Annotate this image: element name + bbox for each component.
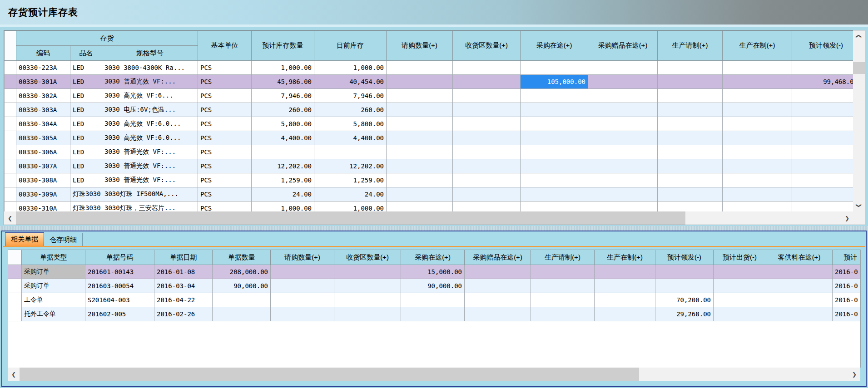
grid-cell[interactable] [453, 61, 521, 75]
inventory-row[interactable]: 00330-306ALED3030 普通光效 VF:...PCS [5, 145, 853, 159]
grid-cell[interactable] [792, 131, 853, 145]
grid-cell[interactable] [655, 265, 714, 279]
grid-cell[interactable] [595, 293, 655, 307]
grid-cell[interactable] [588, 159, 658, 173]
grid-cell[interactable] [588, 201, 658, 212]
row-indicator[interactable] [5, 145, 16, 159]
grid-cell[interactable] [521, 61, 588, 75]
grid-cell[interactable] [658, 61, 723, 75]
grid-cell[interactable] [387, 75, 453, 89]
grid-cell[interactable] [387, 61, 453, 75]
row-indicator[interactable] [5, 89, 16, 103]
grid-cell[interactable] [723, 201, 792, 212]
scroll-right-icon[interactable]: ❯ [841, 211, 853, 225]
grid-cell[interactable]: 00330-304A [16, 117, 70, 131]
grid-cell[interactable] [792, 201, 853, 212]
grid-cell[interactable]: 90,000.00 [213, 279, 271, 293]
grid-cell[interactable] [723, 61, 792, 75]
grid-cell[interactable]: 2016-0 [833, 265, 861, 279]
grid-cell[interactable] [658, 103, 723, 117]
grid-cell[interactable]: 3030 普通光效 VF:... [102, 145, 198, 159]
grid-cell[interactable]: PCS [198, 187, 252, 201]
grid-cell[interactable] [252, 145, 314, 159]
grid-cell[interactable]: 00330-307A [16, 159, 70, 173]
grid-cell[interactable]: 00330-308A [16, 173, 70, 187]
grid-cell[interactable]: LED [70, 103, 102, 117]
grid-cell[interactable]: 45,986.00 [252, 75, 314, 89]
grid-cell[interactable] [387, 187, 453, 201]
grid-cell[interactable]: LED [70, 131, 102, 145]
grid-cell[interactable]: LED [70, 117, 102, 131]
grid-cell[interactable]: PCS [198, 103, 252, 117]
grid-cell[interactable] [521, 145, 588, 159]
grid-cell[interactable] [595, 265, 655, 279]
grid-cell[interactable] [658, 75, 723, 89]
grid-cell[interactable]: PCS [198, 89, 252, 103]
grid-cell[interactable]: LED [70, 159, 102, 173]
grid-cell[interactable]: 2016-01-08 [154, 265, 213, 279]
grid-cell[interactable] [766, 265, 833, 279]
grid-cell[interactable] [658, 173, 723, 187]
grid-cell[interactable]: 00330-306A [16, 145, 70, 159]
grid-cell[interactable]: 00330-305A [16, 131, 70, 145]
grid-cell[interactable] [271, 279, 334, 293]
row-indicator[interactable] [8, 293, 22, 307]
grid-cell[interactable]: 1,000.00 [314, 61, 387, 75]
grid-cell[interactable] [588, 117, 658, 131]
grid-cell[interactable] [588, 173, 658, 187]
grid-cell[interactable]: 00330-223A [16, 61, 70, 75]
grid-cell[interactable]: 29,268.00 [655, 307, 714, 321]
grid-cell[interactable]: 24.00 [252, 187, 314, 201]
grid-cell[interactable] [595, 279, 655, 293]
grid-cell[interactable]: 2016-0 [833, 279, 861, 293]
grid-cell[interactable]: 3030灯珠 IF500MA,... [102, 187, 198, 201]
grid-cell[interactable]: 2016-03-04 [154, 279, 213, 293]
scroll-down-icon[interactable]: ❯ [853, 200, 865, 211]
grid-cell[interactable] [387, 131, 453, 145]
grid-cell[interactable] [521, 201, 588, 212]
top-h-scrollbar[interactable]: ❮ ❯ [4, 211, 853, 225]
grid-cell[interactable] [465, 279, 531, 293]
panel-splitter[interactable] [0, 226, 868, 231]
grid-cell[interactable] [314, 145, 387, 159]
grid-cell[interactable] [465, 293, 531, 307]
top-v-scrollbar[interactable]: ❮ ❯ [853, 30, 865, 211]
grid-cell[interactable] [465, 265, 531, 279]
grid-cell[interactable] [723, 89, 792, 103]
grid-cell[interactable] [658, 145, 723, 159]
grid-cell[interactable]: 1,259.00 [252, 173, 314, 187]
grid-cell[interactable]: 采购订单 [22, 265, 85, 279]
grid-cell[interactable] [792, 159, 853, 173]
row-indicator[interactable] [5, 75, 16, 89]
scroll-left-icon[interactable]: ❮ [4, 211, 16, 225]
grid-cell[interactable]: S201604-003 [85, 293, 154, 307]
grid-cell[interactable] [453, 201, 521, 212]
row-indicator[interactable] [5, 187, 16, 201]
grid-cell[interactable] [792, 145, 853, 159]
grid-cell[interactable] [723, 145, 792, 159]
grid-cell[interactable] [334, 293, 401, 307]
grid-cell[interactable] [658, 201, 723, 212]
grid-cell[interactable] [453, 173, 521, 187]
grid-cell[interactable]: 2016-02-26 [154, 307, 213, 321]
row-indicator[interactable] [5, 117, 16, 131]
grid-cell[interactable]: 工令单 [22, 293, 85, 307]
grid-cell[interactable]: 3030 普通光效 VF:... [102, 159, 198, 173]
inventory-row[interactable]: 00330-304ALED3030 高光效 VF:6.0...PCS5,800.… [5, 117, 853, 131]
grid-cell[interactable] [658, 159, 723, 173]
grid-cell[interactable]: 3030 普通光效 VF:... [102, 173, 198, 187]
grid-cell[interactable] [792, 117, 853, 131]
grid-cell[interactable] [453, 103, 521, 117]
grid-cell[interactable] [387, 117, 453, 131]
grid-cell[interactable]: PCS [198, 173, 252, 187]
scroll-up-icon[interactable]: ❮ [853, 30, 865, 42]
grid-cell[interactable] [658, 89, 723, 103]
grid-cell[interactable]: 3030 普通光效 VF:... [102, 75, 198, 89]
scroll-left-icon[interactable]: ❮ [8, 368, 20, 381]
grid-cell[interactable] [453, 117, 521, 131]
scrollbar-thumb[interactable] [20, 368, 639, 381]
grid-cell[interactable] [453, 89, 521, 103]
grid-cell[interactable] [595, 307, 655, 321]
grid-cell[interactable] [387, 103, 453, 117]
grid-cell[interactable]: 1,259.00 [314, 173, 387, 187]
